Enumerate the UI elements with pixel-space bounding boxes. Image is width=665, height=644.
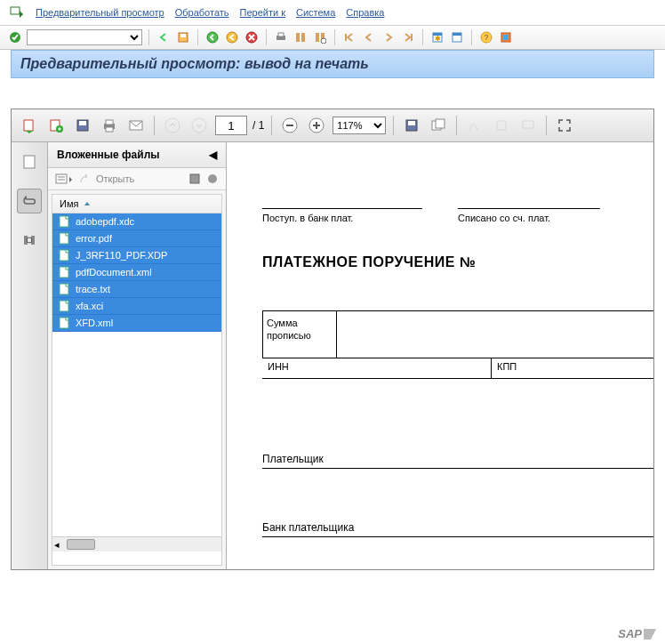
label-written-off: Списано со сч. плат. bbox=[458, 213, 600, 223]
panel-collapse-icon[interactable]: ◀ bbox=[209, 149, 217, 161]
pdf-print-icon[interactable] bbox=[99, 115, 120, 136]
svg-point-48 bbox=[208, 174, 217, 183]
pdf-page-down-icon bbox=[188, 115, 210, 136]
svg-rect-40 bbox=[497, 121, 506, 130]
sap-logo: SAP bbox=[618, 627, 656, 640]
pdf-viewer: / 1 117% Вложенные файлы ◀ bbox=[11, 109, 654, 570]
svg-rect-10 bbox=[301, 33, 305, 42]
menu-preview[interactable]: Предварительный просмотр bbox=[36, 7, 164, 18]
zoom-out-icon[interactable] bbox=[279, 115, 300, 136]
file-item[interactable]: XFD.xml bbox=[52, 315, 221, 332]
menu-help[interactable]: Справка bbox=[346, 7, 384, 18]
svg-rect-51 bbox=[60, 250, 68, 261]
svg-rect-49 bbox=[60, 216, 68, 227]
svg-rect-52 bbox=[60, 267, 68, 278]
svg-rect-42 bbox=[24, 156, 35, 168]
menu-process[interactable]: Обработать bbox=[175, 7, 229, 18]
pdf-fullscreen-icon[interactable] bbox=[554, 115, 575, 136]
pdf-export-icon[interactable] bbox=[19, 115, 40, 136]
svg-rect-37 bbox=[408, 121, 415, 125]
svg-rect-11 bbox=[316, 33, 319, 42]
pdf-save2-icon[interactable] bbox=[401, 115, 422, 136]
file-icon bbox=[58, 283, 70, 295]
label-kpp: КПП bbox=[492, 358, 653, 378]
svg-rect-53 bbox=[60, 284, 68, 294]
pdf-add-icon[interactable] bbox=[45, 115, 67, 136]
page-title: Предварительный просмотр: вывод на печат… bbox=[11, 50, 654, 78]
last-page-icon[interactable] bbox=[400, 29, 416, 45]
svg-rect-39 bbox=[436, 119, 445, 128]
svg-point-32 bbox=[165, 118, 180, 133]
menu-system[interactable]: Система bbox=[296, 7, 335, 18]
back-icon[interactable] bbox=[156, 29, 172, 45]
file-item[interactable]: trace.txt bbox=[52, 281, 221, 298]
thumbnails-tab-icon[interactable] bbox=[17, 149, 42, 174]
file-icon bbox=[58, 317, 70, 329]
add-attachment-icon[interactable] bbox=[206, 173, 219, 185]
svg-rect-18 bbox=[453, 33, 461, 36]
document-content: Поступ. в банк плат. Списано со сч. плат… bbox=[227, 142, 653, 569]
file-icon bbox=[58, 232, 70, 245]
svg-rect-23 bbox=[24, 120, 33, 131]
svg-point-13 bbox=[321, 38, 326, 44]
svg-point-4 bbox=[207, 32, 218, 43]
first-page-icon[interactable] bbox=[341, 29, 357, 45]
open-attachment-icon[interactable] bbox=[78, 173, 91, 185]
next-page-icon[interactable] bbox=[381, 29, 397, 45]
svg-point-33 bbox=[192, 118, 206, 133]
layout-icon[interactable] bbox=[449, 29, 465, 45]
menu-goto[interactable]: Перейти к bbox=[240, 7, 285, 18]
svg-rect-41 bbox=[523, 121, 533, 128]
pdf-comment-icon bbox=[517, 115, 539, 136]
help-icon[interactable]: ? bbox=[478, 29, 494, 45]
svg-rect-54 bbox=[60, 301, 68, 311]
attachments-title: Вложенные файлы bbox=[57, 149, 160, 161]
ok-icon[interactable] bbox=[7, 29, 23, 45]
open-label[interactable]: Открыть bbox=[96, 173, 134, 184]
nav-back-icon[interactable] bbox=[204, 29, 220, 45]
new-session-icon[interactable]: ✱ bbox=[429, 29, 445, 45]
view-options-icon[interactable] bbox=[55, 173, 73, 185]
save-attachment-icon[interactable] bbox=[188, 173, 201, 185]
svg-rect-9 bbox=[296, 33, 300, 42]
label-payer: Плательщик bbox=[262, 453, 653, 468]
svg-rect-50 bbox=[60, 233, 68, 244]
file-item[interactable]: adobepdf.xdc bbox=[52, 213, 221, 230]
file-icon bbox=[58, 266, 70, 278]
file-item[interactable]: J_3RF110_PDF.XDP bbox=[52, 247, 221, 264]
svg-rect-30 bbox=[106, 127, 113, 132]
settings-icon[interactable] bbox=[498, 29, 514, 45]
svg-point-5 bbox=[227, 32, 237, 43]
nav-exit-icon[interactable] bbox=[224, 29, 240, 45]
find-icon[interactable] bbox=[292, 29, 308, 45]
zoom-in-icon[interactable] bbox=[306, 115, 327, 136]
pdf-mail-icon[interactable] bbox=[125, 115, 147, 136]
cancel-icon[interactable] bbox=[244, 29, 260, 45]
column-header-name[interactable]: Имя bbox=[52, 195, 221, 213]
file-item[interactable]: error.pdf bbox=[52, 230, 221, 247]
file-icon bbox=[58, 300, 70, 312]
page-number-input[interactable] bbox=[215, 116, 247, 135]
svg-rect-55 bbox=[60, 318, 68, 328]
prev-page-icon[interactable] bbox=[361, 29, 377, 45]
pdf-save-icon[interactable] bbox=[72, 115, 93, 136]
label-inn: ИНН bbox=[262, 358, 492, 378]
file-item[interactable]: xfa.xci bbox=[52, 298, 221, 315]
svg-rect-0 bbox=[11, 7, 20, 14]
find-next-icon[interactable] bbox=[312, 29, 328, 45]
attachments-panel: Вложенные файлы ◀ Открыть Имя adobepdf.x… bbox=[48, 142, 227, 569]
pdf-browse-icon[interactable] bbox=[428, 115, 449, 136]
file-item[interactable]: pdfDocument.xml bbox=[52, 264, 221, 281]
command-field[interactable] bbox=[27, 29, 142, 45]
app-menu-icon[interactable] bbox=[9, 4, 25, 20]
label-payer-bank: Банк плательщика bbox=[262, 521, 653, 537]
zoom-select[interactable]: 117% bbox=[332, 117, 386, 134]
save-icon[interactable] bbox=[175, 29, 191, 45]
label-sum1: Сумма bbox=[267, 317, 332, 329]
search-tab-icon[interactable] bbox=[17, 228, 42, 253]
svg-rect-29 bbox=[106, 120, 113, 125]
print-icon[interactable] bbox=[273, 29, 289, 45]
attachments-tab-icon[interactable] bbox=[17, 189, 42, 213]
attachments-hscroll[interactable]: ◂ bbox=[52, 536, 221, 551]
svg-rect-46 bbox=[56, 174, 67, 183]
